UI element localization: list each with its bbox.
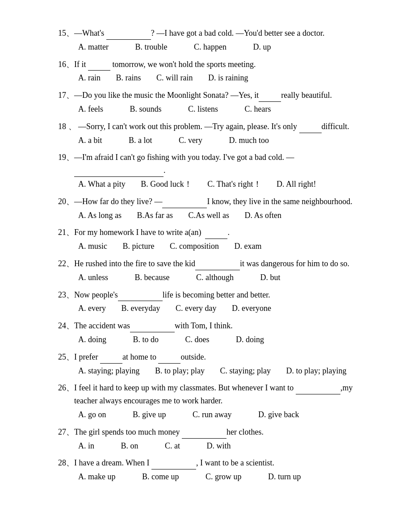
question-18-options: A. a bit B. a lot C. very D. much too [58, 134, 366, 147]
q25-option-a: A. staying; playing [78, 364, 140, 377]
question-23: 23、Now people'slife is becoming better a… [58, 289, 366, 315]
question-22: 22、He rushed into the fire to save the k… [58, 257, 366, 284]
question-21: 21、For my homework I have to write a(an)… [58, 226, 366, 253]
q23-option-a: A. every [78, 302, 106, 315]
q21-option-a: A. music [78, 240, 107, 253]
question-18-text: 18 、 —Sorry, I can't work out this probl… [58, 120, 366, 133]
question-27-text: 27、The girl spends too much money her cl… [58, 426, 366, 439]
question-17-options: A. feels B. sounds C. listens C. hears [58, 103, 366, 116]
q19-blank [74, 176, 164, 177]
q17-option-a: A. feels [78, 103, 103, 116]
q22-option-b: B. because [135, 271, 170, 284]
q19-option-c: C. That's right！ [207, 178, 261, 191]
q15-blank [106, 39, 151, 40]
q25-option-d: D. to play; playing [286, 364, 347, 377]
question-22-options: A. unless B. because C. although D. but [58, 271, 366, 284]
q24-blank [130, 332, 175, 332]
q24-option-b: B. to do [133, 333, 159, 346]
q26-option-d: D. give back [258, 408, 299, 421]
q25-blank1 [100, 363, 122, 364]
question-18: 18 、 —Sorry, I can't work out this probl… [58, 120, 366, 147]
question-26-options: A. go on B. give up C. run away D. give … [58, 408, 366, 421]
question-21-options: A. music B. picture C. composition D. ex… [58, 240, 366, 253]
q22-option-d: D. but [260, 271, 280, 284]
question-28-options: A. make up B. come up C. grow up D. turn… [58, 470, 366, 483]
q27-option-c: C. at [165, 440, 180, 452]
q22-option-c: C. although [196, 271, 234, 284]
q18-option-a: A. a bit [78, 134, 102, 147]
q19-option-b: B. Good luck！ [141, 178, 192, 191]
q18-option-b: B. a lot [129, 134, 152, 147]
q17-option-b: B. sounds [130, 103, 161, 116]
question-20-text: 20、—How far do they live? —I know, they … [58, 195, 366, 208]
question-19-text: 19、—I'm afraid I can't go fishing with y… [58, 151, 366, 177]
q22-option-a: A. unless [78, 271, 108, 284]
q21-option-c: C. composition [170, 240, 219, 253]
question-22-text: 22、He rushed into the fire to save the k… [58, 257, 366, 270]
exam-content: 15、—What's ? —I have got a bad cold. —Yo… [58, 27, 366, 483]
q21-option-d: D. exam [235, 240, 262, 253]
q19-option-a: A. What a pity [78, 178, 126, 191]
q15-option-c: C. happen [194, 41, 226, 54]
q18-blank [299, 133, 322, 133]
question-20-options: A. As long as B.As far as C.As well as D… [58, 209, 366, 222]
q16-option-b: B. rains [116, 71, 141, 84]
q28-option-c: C. grow up [206, 470, 242, 483]
q20-option-d: D. As often [245, 209, 282, 222]
q19-option-d: D. All right! [277, 178, 316, 191]
q17-blank [259, 101, 281, 102]
question-23-text: 23、Now people'slife is becoming better a… [58, 289, 366, 302]
q20-option-c: C.As well as [189, 209, 230, 222]
q22-blank [195, 270, 240, 270]
question-25: 25、I prefer at home to outside. A. stayi… [58, 351, 366, 377]
q23-option-c: C. every day [176, 302, 216, 315]
q16-option-c: C. will rain [156, 71, 193, 84]
q17-option-c: C. listens [188, 103, 218, 116]
q27-option-d: D. with [207, 440, 231, 452]
q15-option-a: A. matter [78, 41, 109, 54]
question-27: 27、The girl spends too much money her cl… [58, 426, 366, 452]
question-17: 17、—Do you like the music the Moonlight … [58, 89, 366, 116]
question-26: 26、I feel it hard to keep up with my cla… [58, 381, 366, 421]
q26-option-c: C. run away [193, 408, 231, 421]
q21-blank [205, 239, 227, 239]
q28-option-b: B. come up [142, 470, 179, 483]
q18-option-d: D. much too [229, 134, 269, 147]
q27-option-b: B. on [121, 440, 138, 452]
q27-option-a: A. in [78, 440, 94, 452]
question-19-options: A. What a pity B. Good luck！ C. That's r… [58, 178, 366, 191]
question-20: 20、—How far do they live? —I know, they … [58, 195, 366, 222]
question-25-options: A. staying; playing B. to play; play C. … [58, 364, 366, 377]
q28-blank [151, 469, 196, 469]
question-24-options: A. doing B. to do C. does D. doing [58, 333, 366, 346]
q16-option-a: A. rain [78, 71, 101, 84]
q23-blank [118, 301, 163, 301]
q20-blank [162, 208, 207, 208]
q23-option-d: D. everyone [232, 302, 271, 315]
question-16: 16、If it tomorrow, we won't hold the spo… [58, 58, 366, 85]
question-15-options: A. matter B. trouble C. happen D. up [58, 41, 366, 54]
question-25-text: 25、I prefer at home to outside. [58, 351, 366, 364]
q28-option-d: D. turn up [268, 470, 301, 483]
question-24: 24、The accident waswith Tom, I think. A.… [58, 319, 366, 346]
q16-blank [88, 70, 110, 71]
question-15: 15、—What's ? —I have got a bad cold. —Yo… [58, 27, 366, 54]
q24-option-c: C. does [185, 333, 210, 346]
question-16-options: A. rain B. rains C. will rain D. is rain… [58, 71, 366, 84]
q20-option-a: A. As long as [78, 209, 122, 222]
q24-option-d: D. doing [236, 333, 264, 346]
question-27-options: A. in B. on C. at D. with [58, 440, 366, 452]
question-19: 19、—I'm afraid I can't go fishing with y… [58, 151, 366, 190]
question-15-text: 15、—What's ? —I have got a bad cold. —Yo… [58, 27, 366, 40]
q17-option-d: C. hears [245, 103, 271, 116]
question-26-text: 26、I feel it hard to keep up with my cla… [58, 381, 366, 407]
q15-option-d: D. up [253, 41, 271, 54]
q25-blank2 [158, 363, 180, 364]
q23-option-b: B. everyday [121, 302, 160, 315]
q20-option-b: B.As far as [137, 209, 173, 222]
question-17-text: 17、—Do you like the music the Moonlight … [58, 89, 366, 102]
q28-option-a: A. make up [78, 470, 115, 483]
q16-option-d: D. is raining [208, 71, 248, 84]
q27-blank [182, 438, 226, 439]
q25-option-b: B. to play; play [155, 364, 205, 377]
